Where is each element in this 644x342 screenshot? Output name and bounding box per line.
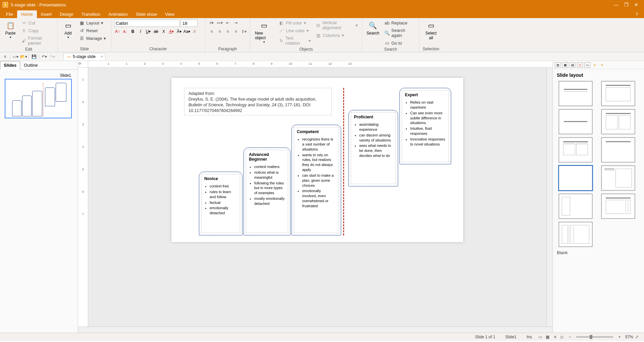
qa-customize-button[interactable]: ≡: [1, 53, 9, 60]
view-slideshow-button[interactable]: ▷: [559, 334, 566, 340]
goto-button[interactable]: ▭Go to: [383, 40, 416, 46]
align-center-button[interactable]: ≡: [216, 28, 223, 35]
underline-button[interactable]: U▾: [145, 28, 152, 35]
fill-color-button[interactable]: ◧Fill color ▾: [277, 19, 312, 26]
stage-proficient[interactable]: Proficient assimilating experiencecan di…: [348, 110, 398, 186]
copy-button[interactable]: ⎘Copy: [20, 27, 55, 34]
document-tab[interactable]: ▭ 5-stage slide ×: [63, 53, 105, 60]
doc-tab-close-button[interactable]: ×: [101, 54, 103, 59]
zoom-out-button[interactable]: −: [566, 334, 574, 340]
slides-tab[interactable]: Slides: [0, 61, 20, 70]
align-right-button[interactable]: ≡: [224, 28, 231, 35]
tab-slideshow[interactable]: Slide show: [132, 10, 161, 18]
qa-open-button[interactable]: 📂▾: [20, 53, 27, 60]
vertical-align-button[interactable]: ⊟Vertical alignment ▾: [314, 19, 359, 31]
decrease-indent-button[interactable]: ⇤: [224, 19, 231, 26]
layout-blank[interactable]: [559, 166, 592, 190]
stage-advanced[interactable]: Advanced Beginner context mattersnotices…: [244, 148, 290, 235]
qa-new-button[interactable]: ▭▾: [12, 53, 19, 60]
zoom-slider[interactable]: [576, 336, 613, 338]
rp-color-icon[interactable]: ▤: [570, 62, 576, 68]
cut-button[interactable]: ✂Cut: [20, 19, 55, 26]
layout-title-vertical[interactable]: [601, 194, 635, 219]
manage-button[interactable]: ☰Manage ▾: [78, 35, 107, 42]
superscript-button[interactable]: X: [160, 28, 167, 35]
paste-button[interactable]: 📋 Paste ▾: [3, 19, 18, 40]
stage-expert[interactable]: Expert Relies on vast repertoireCan see …: [399, 88, 451, 164]
text-rotation-button[interactable]: ↻Text rotation ▾: [277, 35, 312, 46]
search-again-button[interactable]: 🔍Search again: [383, 27, 416, 39]
tab-insert[interactable]: Insert: [37, 10, 56, 18]
format-painter-button[interactable]: 🖌Format painter: [20, 35, 55, 46]
minimize-button[interactable]: —: [611, 1, 621, 8]
vertical-ruler[interactable]: 1234567: [78, 68, 88, 327]
numbering-button[interactable]: ≔▾: [216, 19, 223, 26]
font-color-button[interactable]: A▾: [168, 28, 175, 35]
bold-button[interactable]: B: [129, 28, 136, 35]
increase-indent-button[interactable]: ⇥: [232, 19, 239, 26]
layout-button[interactable]: ▦Layout ▾: [78, 19, 107, 26]
layout-content-caption[interactable]: [601, 166, 635, 190]
stage-competent[interactable]: Competent recognizes there is a vast num…: [291, 125, 341, 235]
change-case-button[interactable]: Aa▾: [183, 28, 190, 35]
layout-vertical-title[interactable]: [559, 222, 592, 247]
font-size-select[interactable]: [181, 19, 198, 27]
layout-pic-caption[interactable]: [559, 194, 592, 219]
tab-transition[interactable]: Transition: [77, 10, 105, 18]
strikethrough-button[interactable]: ab: [153, 28, 159, 35]
clear-format-button[interactable]: A̸: [191, 28, 198, 35]
grow-font-button[interactable]: A↑: [114, 28, 121, 35]
align-left-button[interactable]: ≡: [208, 28, 215, 35]
layout-title[interactable]: [559, 81, 592, 106]
columns-button[interactable]: ▥Columns ▾: [314, 32, 359, 39]
maximize-button[interactable]: ❐: [621, 1, 631, 8]
zoom-in-button[interactable]: +: [616, 334, 623, 340]
view-normal-button[interactable]: ▭: [537, 334, 544, 340]
bullets-button[interactable]: ≡▾: [208, 19, 215, 26]
search-button[interactable]: 🔍 Search: [365, 19, 381, 37]
add-slide-button[interactable]: ▭ Add ▾: [60, 19, 76, 40]
layout-section[interactable]: [559, 109, 592, 134]
zoom-fit-button[interactable]: ⤢: [633, 334, 641, 340]
italic-button[interactable]: I: [137, 28, 144, 35]
citation-box[interactable]: Adapted from: Dreyfus, S. E. (2004). The…: [184, 88, 332, 115]
slide-edit-area[interactable]: Adapted from: Dreyfus, S. E. (2004). The…: [88, 68, 546, 327]
replace-button[interactable]: abReplace: [383, 19, 416, 26]
rp-anim-icon[interactable]: ▭: [584, 62, 590, 68]
help-button[interactable]: ?: [633, 11, 641, 18]
select-all-button[interactable]: ▭ Select all: [422, 19, 440, 42]
shrink-font-button[interactable]: A↓: [122, 28, 128, 35]
tab-animation[interactable]: Animation: [104, 10, 132, 18]
rp-star2-icon[interactable]: ★: [599, 62, 605, 68]
line-spacing-button[interactable]: ⇕▾: [240, 28, 248, 35]
tab-view[interactable]: View: [161, 10, 178, 18]
qa-undo-button[interactable]: ↶▾: [41, 53, 48, 60]
layout-two-content[interactable]: [601, 109, 635, 134]
tab-home[interactable]: Home: [17, 10, 37, 18]
tab-design[interactable]: Design: [56, 10, 77, 18]
tab-file[interactable]: File: [2, 10, 17, 18]
layout-comparison[interactable]: [559, 137, 592, 162]
slide-canvas[interactable]: Adapted from: Dreyfus, S. E. (2004). The…: [171, 78, 463, 242]
layout-title-content[interactable]: [601, 81, 635, 106]
qa-redo-button[interactable]: ↷▾: [49, 53, 56, 60]
rp-design-icon[interactable]: ▦: [562, 62, 568, 68]
divider-line[interactable]: [343, 88, 344, 235]
rp-chart-icon[interactable]: ◫: [577, 62, 583, 68]
qa-save-button[interactable]: 💾: [30, 53, 38, 60]
close-button[interactable]: ✕: [631, 1, 641, 8]
layout-title-only[interactable]: [601, 137, 635, 162]
horizontal-scrollbar[interactable]: [78, 327, 552, 333]
vertical-scrollbar[interactable]: [546, 68, 552, 327]
font-select[interactable]: [114, 19, 179, 27]
horizontal-ruler[interactable]: 112345678910111213: [88, 61, 552, 68]
rp-layouts-icon[interactable]: ▥: [555, 62, 561, 68]
reset-button[interactable]: ↺Reset: [78, 27, 107, 34]
highlight-button[interactable]: Ā▾: [176, 28, 182, 35]
outline-tab[interactable]: Outline: [20, 61, 41, 69]
justify-button[interactable]: ≡: [232, 28, 239, 35]
view-outline-button[interactable]: ≡: [551, 334, 559, 340]
view-sorter-button[interactable]: ▦: [544, 334, 551, 340]
line-color-button[interactable]: ／Line color ▾: [277, 27, 312, 34]
rp-star1-icon[interactable]: ★: [592, 62, 598, 68]
